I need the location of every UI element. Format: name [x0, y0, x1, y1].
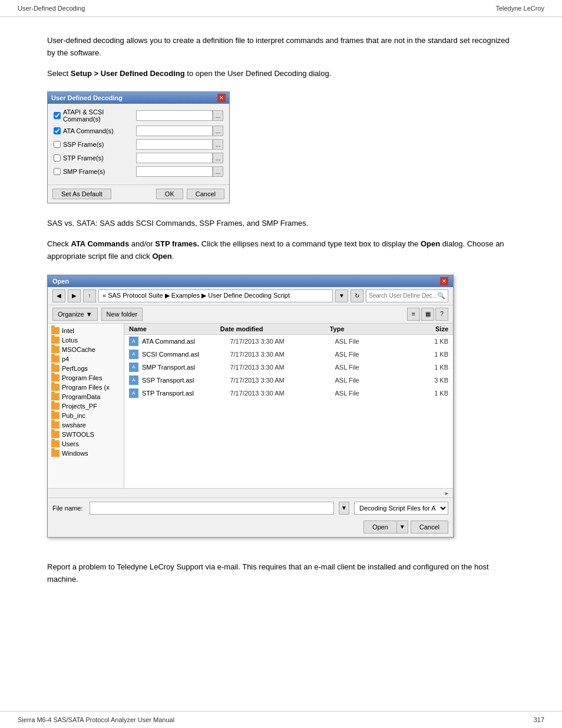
organize-button[interactable]: Organize ▼ [52, 308, 98, 321]
para4-bold4: Open [152, 252, 171, 261]
para1: User-defined decoding allows you to crea… [47, 35, 515, 60]
sidebar-item-label: Windows [62, 450, 88, 457]
open-button[interactable]: Open [363, 521, 397, 533]
udd-ellipsis-stp[interactable]: ... [213, 153, 223, 163]
sidebar-item-projects[interactable]: Projects_PF [48, 401, 124, 411]
udd-checkbox-stp[interactable] [54, 154, 61, 162]
new-folder-button[interactable]: New folder [101, 308, 143, 321]
file-date-ata: 7/17/2013 3:30 AM [230, 338, 331, 345]
udd-row-smp: SMP Frame(s) ... [54, 166, 223, 177]
file-row-ata[interactable]: A ATA Command.asl 7/17/2013 3:30 AM ASL … [124, 335, 453, 348]
search-input[interactable] [369, 292, 437, 299]
udd-field-ata[interactable] [136, 126, 213, 136]
udd-field-stp[interactable] [136, 153, 213, 163]
statusbar: ▸ [48, 489, 453, 498]
udd-label-ata-text: ATA Command(s) [63, 127, 114, 134]
udd-ellipsis-ssp[interactable]: ... [213, 139, 223, 150]
file-row-scsi[interactable]: A SCSI Command.asl 7/17/2013 3:30 AM ASL… [124, 348, 453, 361]
cancel-button[interactable]: Cancel [411, 521, 448, 533]
nav-forward-button[interactable]: ▶ [68, 289, 81, 302]
udd-field-smp[interactable] [136, 166, 213, 177]
sidebar-item-program-files-x[interactable]: Program Files (x [48, 383, 124, 392]
open-dialog-close-button[interactable]: ✕ [440, 277, 448, 285]
para5: Report a problem to Teledyne LeCroy Supp… [47, 561, 515, 586]
para2-suffix: to open the User Defined Decoding dialog… [185, 69, 332, 78]
nav-refresh-button[interactable]: ↻ [351, 289, 363, 302]
para4-bold2: STP frames. [155, 239, 199, 248]
file-name-scsi: SCSI Command.asl [142, 351, 226, 358]
sidebar-item-p4[interactable]: p4 [48, 354, 124, 364]
sidebar-item-perflogs[interactable]: PerfLogs [48, 364, 124, 373]
udd-label-stp: STP Frame(s) [54, 154, 136, 162]
file-size-stp: 1 KB [406, 390, 448, 397]
udd-dialog-footer: Set As Default OK Cancel [48, 185, 229, 203]
file-size-ssp: 3 KB [406, 377, 448, 384]
udd-label-smp: SMP Frame(s) [54, 168, 136, 175]
asl-file-icon: A [129, 375, 138, 385]
para4-middle: and/or [129, 239, 155, 248]
udd-checkbox-atapi[interactable] [54, 112, 61, 119]
page-header: User-Defined Decoding Teledyne LeCroy [0, 0, 562, 17]
file-type-dropdown[interactable]: Decoding Script Files for AT ▼ [354, 502, 448, 515]
file-row-ssp[interactable]: A SSP Transport.asl 7/17/2013 3:30 AM AS… [124, 374, 453, 387]
asl-file-icon: A [129, 363, 138, 372]
file-row-smp[interactable]: A SMP Transport.asl 7/17/2013 3:30 AM AS… [124, 361, 453, 374]
udd-ellipsis-atapi[interactable]: ... [213, 110, 223, 121]
open-dialog-titlebar: Open ✕ [48, 275, 453, 287]
sidebar-item-programdata[interactable]: ProgramData [48, 392, 124, 401]
file-type-smp: ASL File [335, 364, 403, 371]
folder-icon [51, 393, 59, 400]
col-size: Size [403, 325, 448, 332]
breadcrumb-dropdown-button[interactable]: ▼ [335, 289, 348, 302]
header-left: User-Defined Decoding [18, 5, 85, 12]
folder-icon [51, 327, 59, 334]
search-icon: 🔍 [437, 292, 445, 299]
udd-ellipsis-ata[interactable]: ... [213, 126, 223, 136]
udd-row-atapi: ATAPI & SCSI Command(s) ... [54, 108, 223, 123]
udd-checkbox-ata[interactable] [54, 127, 61, 134]
sidebar-item-windows[interactable]: Windows [48, 449, 124, 458]
help-button[interactable]: ? [435, 308, 448, 321]
udd-field-atapi[interactable] [136, 110, 213, 121]
open-dialog: Open ✕ ◀ ▶ ↑ « SAS Protocol Suite ▶ Exam… [47, 275, 454, 538]
page-footer: Sierra M6-4 SAS/SATA Protocol Analyzer U… [0, 711, 562, 728]
sidebar-item-intel[interactable]: Intel [48, 326, 124, 335]
sidebar-item-program-files[interactable]: Program Files [48, 373, 124, 383]
para2-bold: Setup > User Defined Decoding [71, 69, 185, 78]
sidebar-item-swshare[interactable]: swshare [48, 420, 124, 430]
udd-row-stp: STP Frame(s) ... [54, 153, 223, 163]
statusbar-text [52, 490, 445, 496]
folder-icon [51, 346, 59, 353]
udd-checkbox-smp[interactable] [54, 168, 61, 175]
udd-field-ssp[interactable] [136, 139, 213, 150]
udd-cancel-button[interactable]: Cancel [187, 189, 224, 199]
udd-set-default-button[interactable]: Set As Default [52, 189, 111, 199]
col-type: Type [330, 325, 403, 332]
udd-checkbox-ssp[interactable] [54, 141, 61, 148]
file-name-field[interactable] [90, 502, 334, 515]
nav-up-button[interactable]: ↑ [83, 289, 96, 302]
para2: Select Setup > User Defined Decoding to … [47, 68, 515, 80]
sidebar-item-lotus[interactable]: Lotus [48, 335, 124, 345]
udd-ellipsis-smp[interactable]: ... [213, 166, 223, 177]
file-name-dropdown-button[interactable]: ▼ [339, 502, 349, 515]
udd-close-button[interactable]: ✕ [217, 94, 226, 102]
sidebar-item-users[interactable]: Users [48, 439, 124, 449]
sidebar-pane: Intel Lotus MSOCache p4 [48, 324, 124, 488]
open-dialog-actions: Organize ▼ New folder ≡ ▦ ? [48, 305, 453, 324]
sidebar-item-label: ProgramData [62, 393, 100, 400]
view-list-button[interactable]: ≡ [407, 308, 420, 321]
sidebar-item-msocache[interactable]: MSOCache [48, 345, 124, 354]
sidebar-item-pubinc[interactable]: Pub_inc [48, 411, 124, 420]
open-arrow-button[interactable]: ▼ [397, 521, 408, 533]
sidebar-item-swtools[interactable]: SWTOOLS [48, 430, 124, 439]
file-row-stp[interactable]: A STP Transport.asl 7/17/2013 3:30 AM AS… [124, 387, 453, 400]
view-icons-button[interactable]: ▦ [421, 308, 434, 321]
nav-back-button[interactable]: ◀ [52, 289, 65, 302]
open-btn-group: Open ▼ [363, 521, 408, 533]
udd-dialog-titlebar: User Defined Decoding ✕ [48, 92, 229, 104]
udd-dialog-title: User Defined Decoding [51, 94, 123, 101]
sidebar-item-label: Lotus [62, 337, 78, 344]
udd-ok-button[interactable]: OK [156, 189, 183, 199]
udd-label-smp-text: SMP Frame(s) [63, 168, 105, 175]
